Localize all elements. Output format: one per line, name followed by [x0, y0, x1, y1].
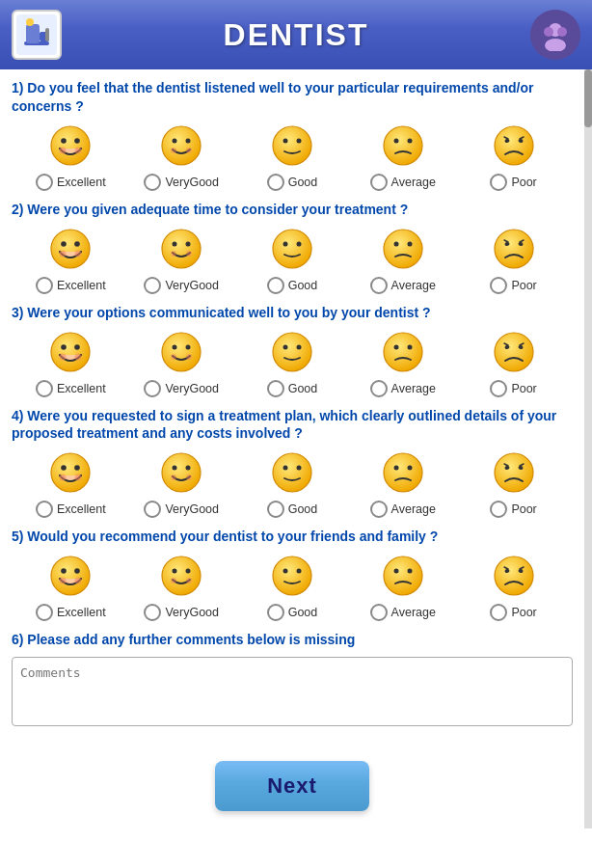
radio-circle-4-2[interactable]	[267, 501, 284, 518]
radio-label-4-2: Good	[288, 502, 318, 516]
radio-circle-3-2[interactable]	[267, 380, 284, 397]
svg-point-14	[75, 147, 82, 153]
scrollbar-thumb[interactable]	[584, 69, 592, 127]
radio-circle-2-3[interactable]	[370, 277, 388, 294]
radio-item-3-verygood[interactable]: VeryGood	[133, 380, 229, 397]
radio-circle-4-0[interactable]	[36, 501, 53, 518]
question-block-4: 4) Were you requested to sign a treatmen…	[12, 407, 573, 519]
emoji-face-2-0	[48, 227, 93, 271]
radio-circle-4-4[interactable]	[490, 501, 507, 518]
radio-circle-4-1[interactable]	[144, 501, 161, 518]
svg-point-73	[173, 466, 177, 471]
svg-point-54	[173, 344, 177, 349]
emoji-face-5-1	[159, 554, 203, 598]
next-button[interactable]: Next	[215, 761, 369, 811]
radio-item-5-average[interactable]: Average	[355, 604, 451, 621]
radio-circle-5-4[interactable]	[490, 604, 507, 621]
radio-circle-3-1[interactable]	[144, 380, 161, 397]
emoji-face-2-1	[159, 227, 203, 271]
svg-point-102	[495, 556, 533, 595]
question-block-1: 1) Do you feel that the dentist listened…	[12, 79, 573, 191]
radio-circle-5-3[interactable]	[370, 604, 388, 621]
svg-point-95	[186, 578, 192, 583]
radio-item-3-poor[interactable]: Poor	[466, 380, 562, 397]
radio-circle-3-4[interactable]	[490, 380, 507, 397]
radio-circle-1-0[interactable]	[36, 174, 53, 191]
radio-circle-1-4[interactable]	[490, 174, 507, 191]
svg-point-23	[384, 126, 422, 165]
radio-item-5-poor[interactable]: Poor	[466, 604, 562, 621]
radio-label-5-3: Average	[391, 606, 436, 619]
radio-item-1-verygood[interactable]: VeryGood	[133, 174, 229, 191]
radio-item-1-poor[interactable]: Poor	[466, 174, 562, 191]
radio-item-4-average[interactable]: Average	[355, 501, 451, 518]
radio-item-4-poor[interactable]: Poor	[466, 501, 562, 518]
radio-label-4-3: Average	[391, 502, 436, 516]
svg-point-22	[296, 138, 301, 143]
radio-item-3-good[interactable]: Good	[244, 380, 340, 397]
svg-point-17	[186, 138, 191, 143]
radio-circle-2-2[interactable]	[267, 277, 284, 294]
radio-item-5-excellent[interactable]: Excellent	[22, 604, 119, 621]
content-area: 1) Do you feel that the dentist listened…	[0, 69, 584, 747]
radio-item-4-verygood[interactable]: VeryGood	[133, 501, 229, 518]
radio-circle-1-3[interactable]	[370, 174, 388, 191]
radio-circle-2-4[interactable]	[490, 277, 507, 294]
scrollbar-track[interactable]	[584, 69, 592, 828]
svg-point-31	[75, 241, 81, 247]
radio-item-2-verygood[interactable]: VeryGood	[133, 277, 229, 294]
radio-circle-3-3[interactable]	[370, 380, 388, 397]
radio-circle-5-1[interactable]	[144, 604, 161, 621]
button-row: Next	[0, 747, 584, 828]
radio-item-3-average[interactable]: Average	[355, 380, 451, 397]
radio-item-1-excellent[interactable]: Excellent	[22, 174, 119, 191]
radio-item-2-poor[interactable]: Poor	[466, 277, 562, 294]
radio-circle-5-0[interactable]	[36, 604, 53, 621]
questions-container: 1) Do you feel that the dentist listened…	[12, 79, 573, 621]
emoji-face-2-4	[492, 227, 536, 271]
question-text-4: 4) Were you requested to sign a treatmen…	[12, 407, 573, 444]
radio-circle-2-0[interactable]	[36, 277, 53, 294]
radio-item-2-excellent[interactable]: Excellent	[22, 277, 119, 294]
svg-point-13	[60, 147, 67, 153]
emoji-item-1-0	[22, 123, 119, 168]
emoji-face-3-1	[159, 330, 203, 374]
svg-point-61	[384, 333, 422, 371]
question-text-2: 2) Were you given adequate time to consi…	[12, 201, 573, 219]
radio-item-2-good[interactable]: Good	[244, 277, 340, 294]
radio-item-2-average[interactable]: Average	[355, 277, 451, 294]
radio-circle-4-3[interactable]	[370, 501, 388, 518]
svg-point-89	[60, 578, 67, 584]
question-text-3: 3) Were your options communicated well t…	[12, 304, 573, 322]
radio-item-1-good[interactable]: Good	[244, 174, 340, 191]
user-avatar[interactable]	[530, 10, 580, 60]
comments-textarea[interactable]	[12, 657, 573, 726]
emoji-face-4-2	[270, 450, 314, 495]
app-logo	[12, 10, 62, 60]
radio-item-5-good[interactable]: Good	[244, 604, 340, 621]
radio-row-5: ExcellentVeryGoodGoodAveragePoor	[12, 604, 573, 621]
radio-circle-5-2[interactable]	[267, 604, 284, 621]
radio-item-4-good[interactable]: Good	[244, 501, 340, 518]
radio-row-1: ExcellentVeryGoodGoodAveragePoor	[12, 174, 573, 191]
emoji-item-4-4	[466, 450, 562, 495]
emoji-item-5-0	[22, 554, 119, 598]
radio-circle-2-1[interactable]	[144, 277, 161, 294]
svg-point-10	[51, 126, 90, 165]
radio-item-3-excellent[interactable]: Excellent	[22, 380, 119, 397]
emoji-face-3-2	[270, 330, 314, 374]
radio-circle-3-0[interactable]	[36, 380, 53, 397]
emoji-item-2-2	[244, 227, 340, 271]
svg-point-40	[283, 241, 287, 246]
svg-point-64	[495, 333, 533, 371]
radio-label-3-1: VeryGood	[165, 382, 219, 395]
page-title: DENTIST	[62, 17, 530, 53]
svg-point-50	[75, 344, 81, 350]
radio-circle-1-2[interactable]	[267, 174, 284, 191]
svg-point-24	[393, 138, 398, 143]
radio-item-1-average[interactable]: Average	[355, 174, 451, 191]
radio-item-5-verygood[interactable]: VeryGood	[133, 604, 229, 621]
radio-item-4-excellent[interactable]: Excellent	[22, 501, 119, 518]
svg-point-18	[171, 148, 176, 153]
radio-circle-1-1[interactable]	[144, 174, 161, 191]
